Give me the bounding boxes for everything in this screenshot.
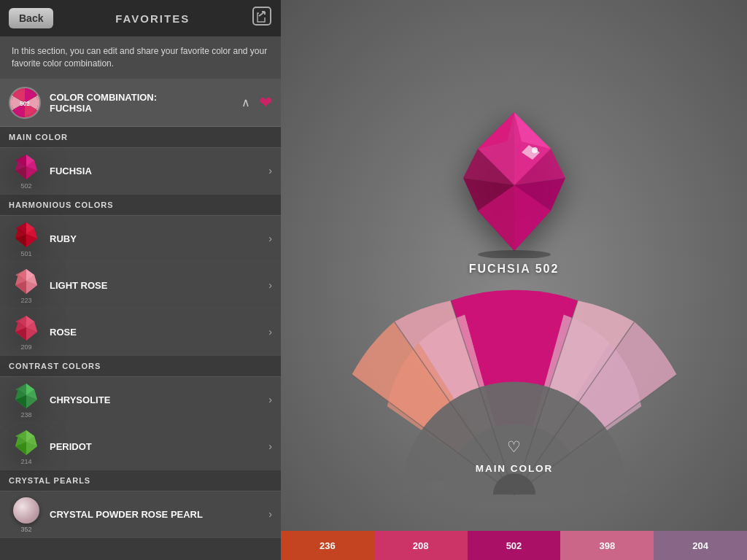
color-bar-item-398[interactable]: 398 (560, 531, 654, 560)
color-bar-label-398: 398 (599, 540, 615, 551)
right-panel: FUCHSIA 502 (281, 0, 747, 560)
gem-wrapper-fuchsia: 502 (9, 152, 44, 190)
left-scroll-area: MAIN COLOR 502 FUCHSIA › (0, 127, 281, 560)
color-name-light-rose: LIGHT ROSE (50, 280, 266, 291)
chevron-chrysolite: › (268, 394, 272, 405)
color-bar-label-502: 502 (506, 540, 522, 551)
section-pearls: CRYSTAL PEARLS (0, 470, 281, 491)
color-bar: 236 208 502 398 204 (281, 531, 747, 560)
color-bar-item-208[interactable]: 208 (374, 531, 468, 560)
gem-icon-chrysolite (12, 381, 41, 411)
gem-number-fuchsia: 502 (20, 182, 31, 190)
list-item-chrysolite[interactable]: 238 CHRYSOLITE › (0, 377, 281, 424)
gem-icon-pearl (12, 496, 41, 525)
gem-wrapper-light-rose: 223 (9, 267, 44, 304)
list-item-light-rose[interactable]: 223 LIGHT ROSE › (0, 262, 281, 309)
crystal-display-area: FUCHSIA 502 (449, 0, 580, 283)
left-panel: Back FAVORITES In this section, you can … (0, 0, 281, 560)
color-bar-item-502[interactable]: 502 (468, 531, 561, 560)
gem-number-rose: 209 (20, 343, 31, 351)
combo-circle: 502 (9, 87, 41, 119)
gem-number-light-rose: 223 (20, 297, 31, 304)
section-contrast: CONTRAST COLORS (0, 356, 281, 377)
color-bar-label-208: 208 (413, 540, 429, 551)
gem-icon-ruby (12, 220, 41, 249)
chevron-ruby: › (268, 233, 272, 244)
section-harmonious: HARMONIOUS COLORS (0, 195, 281, 216)
color-bar-item-204[interactable]: 204 (654, 531, 747, 560)
crystal-name-label: FUCHSIA 502 (469, 262, 560, 276)
combo-expand-icon[interactable]: ∧ (241, 96, 250, 109)
list-item-peridot[interactable]: 214 PERIDOT › (0, 424, 281, 470)
crystal-3d-display (449, 105, 580, 258)
color-wheel-area: ♡ MAIN COLOR (281, 283, 747, 531)
gem-icon-light-rose (12, 267, 41, 296)
header-title: FAVORITES (115, 12, 190, 25)
header: Back FAVORITES (0, 0, 281, 36)
color-bar-label-236: 236 (320, 540, 336, 551)
info-text: In this section, you can edit and share … (12, 46, 267, 69)
chevron-fuchsia: › (268, 165, 272, 176)
color-name-ruby: RUBY (50, 233, 266, 244)
gem-number-peridot: 214 (20, 458, 31, 465)
combo-heart-button[interactable]: ❤ (259, 93, 272, 112)
back-button[interactable]: Back (9, 8, 53, 28)
color-name-chrysolite: CHRYSOLITE (50, 394, 266, 405)
gem-wrapper-rose: 209 (9, 314, 44, 351)
color-name-fuchsia: FUCHSIA (50, 166, 266, 176)
pearl-sphere (13, 497, 39, 524)
gem-icon-rose (12, 314, 41, 343)
gem-number-ruby: 501 (20, 250, 31, 257)
share-icon (252, 6, 272, 26)
list-item-crystal-pearl[interactable]: 352 CRYSTAL POWDER ROSE PEARL › (0, 491, 281, 538)
color-bar-label-204: 204 (692, 540, 708, 551)
gem-icon-fuchsia (12, 152, 41, 182)
gem-wrapper-pearl: 352 (9, 496, 44, 533)
section-main-color: MAIN COLOR (0, 127, 281, 148)
svg-point-55 (478, 250, 551, 258)
gem-wrapper-chrysolite: 238 (9, 381, 44, 419)
color-wheel-svg[interactable]: ♡ MAIN COLOR (303, 283, 726, 502)
chevron-light-rose: › (268, 279, 272, 291)
share-button[interactable] (252, 6, 272, 31)
list-item-ruby[interactable]: 501 RUBY › (0, 216, 281, 262)
chevron-pearl: › (268, 508, 272, 520)
color-name-peridot: PERIDOT (50, 441, 266, 452)
chevron-peridot: › (268, 440, 272, 452)
gem-number-pearl: 352 (20, 526, 31, 533)
list-item-rose[interactable]: 209 ROSE › (0, 309, 281, 356)
gem-number-chrysolite: 238 (20, 411, 31, 419)
color-name-pearl: CRYSTAL POWDER ROSE PEARL (50, 509, 266, 520)
combo-label: COLOR COMBINATION: FUCHSIA (50, 92, 241, 114)
svg-text:♡: ♡ (507, 438, 521, 456)
svg-point-54 (532, 147, 538, 153)
svg-text:MAIN COLOR: MAIN COLOR (475, 463, 553, 474)
list-item-fuchsia[interactable]: 502 FUCHSIA › (0, 148, 281, 195)
gem-wrapper-peridot: 214 (9, 428, 44, 465)
info-bar: In this section, you can edit and share … (0, 36, 281, 79)
gem-icon-peridot (12, 428, 41, 457)
color-name-rose: ROSE (50, 327, 266, 338)
color-bar-item-236[interactable]: 236 (281, 531, 374, 560)
chevron-rose: › (268, 326, 272, 338)
gem-wrapper-ruby: 501 (9, 220, 44, 257)
svg-text:502: 502 (20, 100, 30, 106)
color-combo-row[interactable]: 502 COLOR COMBINATION: FUCHSIA ∧ ❤ (0, 79, 281, 127)
